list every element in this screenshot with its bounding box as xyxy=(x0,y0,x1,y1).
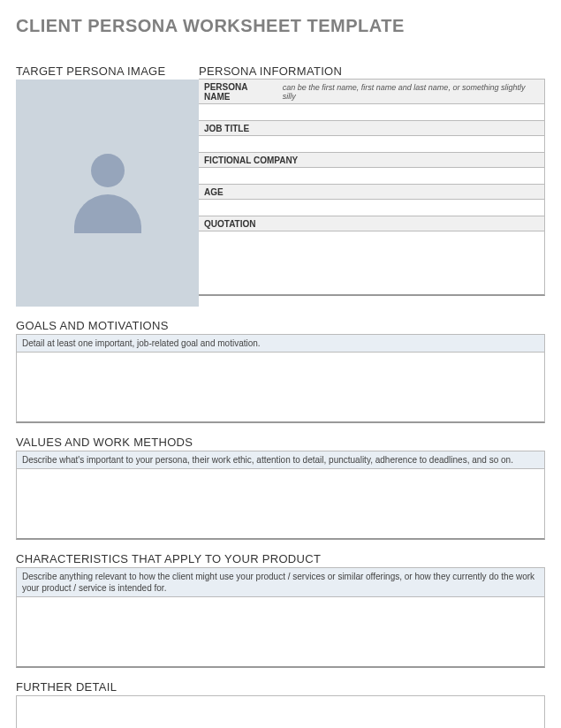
persona-name-hint: can be the first name, first name and la… xyxy=(283,83,539,101)
top-row: TARGET PERSONA IMAGE PERSONA INFORMATION… xyxy=(16,52,545,307)
info-column: PERSONA INFORMATION PERSONA NAME can be … xyxy=(199,52,545,307)
document-title: CLIENT PERSONA WORKSHEET TEMPLATE xyxy=(16,16,545,36)
company-label: FICTIONAL COMPANY xyxy=(199,152,545,168)
label-text: FICTIONAL COMPANY xyxy=(204,155,298,165)
characteristics-input[interactable] xyxy=(16,597,545,668)
values-hint: Describe what's important to your person… xyxy=(16,451,545,469)
persona-image-placeholder[interactable] xyxy=(16,80,199,307)
label-text: AGE xyxy=(204,187,224,197)
persona-name-input[interactable] xyxy=(199,103,545,121)
values-input[interactable] xyxy=(16,469,545,540)
persona-name-label: PERSONA NAME can be the first name, firs… xyxy=(199,79,545,104)
age-input[interactable] xyxy=(199,199,545,216)
job-title-input[interactable] xyxy=(199,135,545,153)
image-section-header: TARGET PERSONA IMAGE xyxy=(16,64,199,78)
label-text: QUOTATION xyxy=(204,219,256,229)
values-header: VALUES AND WORK METHODS xyxy=(16,436,545,449)
further-header: FURTHER DETAIL xyxy=(16,680,545,694)
job-title-label: JOB TITLE xyxy=(199,120,545,136)
goals-hint: Detail at least one important, job-relat… xyxy=(16,334,545,353)
age-label: AGE xyxy=(199,184,545,200)
label-text: PERSONA NAME xyxy=(204,82,276,102)
company-input[interactable] xyxy=(199,167,545,185)
goals-input[interactable] xyxy=(16,353,545,423)
further-input[interactable] xyxy=(16,695,545,728)
label-text: JOB TITLE xyxy=(204,124,249,133)
goals-header: GOALS AND MOTIVATIONS xyxy=(16,319,545,332)
characteristics-hint: Describe anything relevant to how the cl… xyxy=(16,567,545,597)
quotation-input[interactable] xyxy=(199,231,545,296)
avatar-icon xyxy=(68,154,148,233)
info-section-header: PERSONA INFORMATION xyxy=(199,64,545,78)
quotation-label: QUOTATION xyxy=(199,216,545,231)
image-column: TARGET PERSONA IMAGE xyxy=(16,52,199,307)
characteristics-header: CHARACTERISTICS THAT APPLY TO YOUR PRODU… xyxy=(16,552,545,565)
